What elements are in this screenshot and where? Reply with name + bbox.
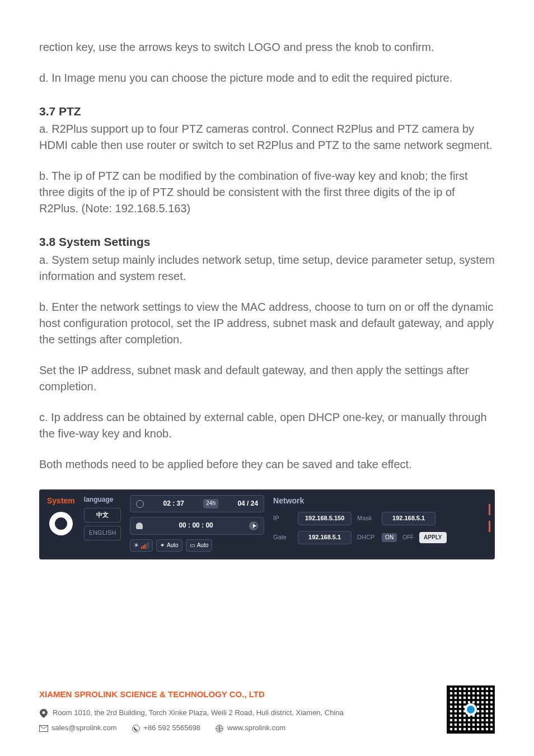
section-title-system-settings: 3.8 System Settings: [39, 234, 495, 250]
brightness-control[interactable]: ☀: [130, 539, 153, 552]
screen-auto-label: Auto: [197, 542, 209, 550]
fan-auto-label: Auto: [167, 542, 179, 550]
dhcp-on-button[interactable]: ON: [382, 533, 397, 543]
phone-icon: [132, 724, 140, 733]
paragraph: b. The ip of PTZ can be modified by the …: [39, 168, 495, 217]
paragraph: Set the IP address, subnet mask and defa…: [39, 362, 495, 395]
page-footer: XIAMEN SPROLINK SCIENCE & TECHNOLOGY CO.…: [39, 688, 495, 734]
paragraph: a. System setup mainly includes network …: [39, 252, 495, 284]
gate-field[interactable]: 192.168.5.1: [298, 531, 352, 544]
gate-label: Gate: [273, 533, 292, 542]
section-title-ptz: 3.7 PTZ: [39, 103, 495, 120]
lang-cn-button[interactable]: 中文: [84, 508, 121, 522]
time-format-tag[interactable]: 24h: [203, 499, 218, 508]
company-name: XIAMEN SPROLINK SCIENCE & TECHNOLOGY CO.…: [39, 688, 495, 701]
paragraph: b. Enter the network settings to view th…: [39, 299, 495, 348]
mask-label: Mask: [357, 514, 376, 523]
language-label: language: [84, 495, 121, 505]
address-text: Room 1010, the 2rd Building, Torch Xinke…: [53, 708, 344, 718]
phone-text: +86 592 5565698: [144, 723, 201, 734]
bell-icon: [136, 522, 143, 529]
mask-field[interactable]: 192.168.5.1: [382, 512, 435, 525]
email-icon: [39, 724, 48, 733]
sun-icon: ☀: [134, 542, 139, 550]
timer-value: 00 : 00 : 00: [179, 521, 213, 530]
apply-button[interactable]: APPLY: [419, 532, 446, 544]
clock-icon: [136, 500, 144, 508]
email-text: sales@sprolink.com: [51, 723, 117, 734]
gear-icon[interactable]: [49, 512, 73, 535]
system-settings-ui: System language 中文 ENGLISH 02 : 37 24h 0…: [39, 489, 495, 559]
clock-time: 02 : 37: [163, 499, 184, 508]
dhcp-label: DHCP: [357, 533, 376, 542]
globe-icon: [215, 724, 224, 733]
paragraph: rection key, use the arrows keys to swit…: [39, 39, 495, 55]
accent-bar: [489, 521, 490, 532]
fan-icon: ✦: [160, 542, 165, 550]
timer-bar[interactable]: 00 : 00 : 00: [130, 517, 264, 534]
paragraph: d. In Image menu you can choose the pict…: [39, 70, 495, 86]
paragraph: Both methods need to be applied before t…: [39, 456, 495, 473]
dhcp-off-button[interactable]: OFF: [402, 534, 414, 542]
play-icon[interactable]: [249, 521, 258, 530]
ip-label: IP: [273, 514, 292, 523]
paragraph: c. Ip address can be obtained by externa…: [39, 409, 495, 442]
paragraph: a. R2Plus support up to four PTZ cameras…: [39, 121, 495, 153]
system-tab-label[interactable]: System: [47, 495, 75, 506]
screen-icon: ▭: [190, 542, 195, 550]
qr-code: [447, 685, 495, 734]
accent-bar: [489, 504, 490, 515]
clock-bar[interactable]: 02 : 37 24h 04 / 24: [130, 495, 264, 512]
screen-control[interactable]: ▭ Auto: [186, 539, 213, 552]
network-title: Network: [273, 495, 487, 506]
svg-point-1: [132, 725, 139, 732]
ip-field[interactable]: 192.168.5.150: [298, 512, 352, 525]
fan-control[interactable]: ✦ Auto: [156, 539, 182, 552]
lang-en-button[interactable]: ENGLISH: [84, 526, 121, 540]
clock-date: 04 / 24: [237, 499, 258, 508]
location-pin-icon: [39, 709, 48, 718]
level-bars-icon: [141, 542, 149, 549]
web-text: www.sprolink.com: [227, 723, 285, 734]
